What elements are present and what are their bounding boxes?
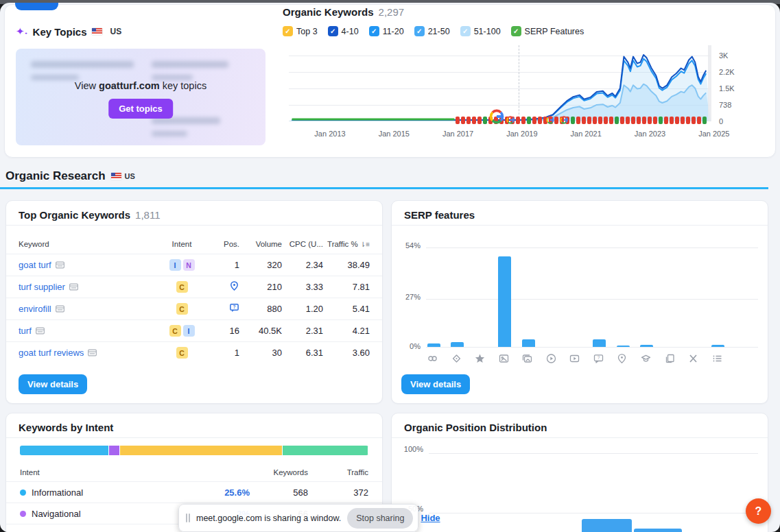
- domain-name: goatturf.com: [99, 80, 160, 91]
- update-marker: [554, 117, 558, 124]
- update-marker: [587, 117, 591, 124]
- local-pack-icon: [616, 353, 630, 364]
- keyword-link[interactable]: turf: [19, 326, 32, 336]
- serp-bar-knowledge-panel: [640, 345, 653, 347]
- intent-badges: CI: [157, 325, 206, 337]
- intent-percent[interactable]: 25.6%: [196, 487, 250, 498]
- checkbox-21-50[interactable]: ✓: [414, 26, 425, 36]
- update-marker: [576, 117, 580, 124]
- update-marker: [637, 117, 641, 124]
- sort-filter-icon[interactable]: ⇂≡: [360, 241, 370, 248]
- help-button[interactable]: ?: [746, 498, 771, 524]
- top-organic-keywords-card: Top Organic Keywords 1,811 Keyword Inten…: [5, 200, 383, 404]
- intent-badge-c: C: [169, 325, 181, 337]
- update-marker: [670, 117, 674, 124]
- col-pos[interactable]: Pos.: [206, 240, 239, 248]
- checkbox-4-10[interactable]: ✓: [328, 26, 338, 36]
- intent-label-cell: Commercial: [20, 530, 196, 532]
- filter-top-3[interactable]: ✓Top 3: [283, 26, 318, 36]
- keyword-link[interactable]: turf supplier: [19, 282, 65, 292]
- x-tick: Jan 2017: [434, 130, 482, 138]
- filter-21-50[interactable]: ✓21-50: [414, 26, 450, 36]
- traffic-cell: 5.41: [323, 304, 370, 314]
- col-volume[interactable]: Volume: [239, 240, 282, 248]
- divider: [392, 437, 768, 438]
- drag-handle-icon[interactable]: [186, 513, 190, 522]
- update-marker: [483, 117, 487, 124]
- intent-segment-navigational: [109, 446, 120, 455]
- intent-segment-commercial: [120, 446, 282, 455]
- filter-label: Top 3: [296, 27, 318, 36]
- filter-4-10[interactable]: ✓4-10: [328, 26, 359, 36]
- hide-link[interactable]: Hide: [421, 513, 440, 523]
- serp-ytick: 27%: [397, 293, 421, 301]
- keywords-view-details-button[interactable]: View details: [19, 374, 87, 394]
- intent-row: Informational25.6%568372: [6, 481, 382, 503]
- serp-ytick: 54%: [397, 241, 421, 250]
- keyword-link[interactable]: goat turf reviews: [19, 348, 84, 358]
- serp-preview-icon[interactable]: [56, 261, 64, 269]
- col-keyword[interactable]: Keyword: [19, 240, 157, 248]
- clipped-top-button[interactable]: [15, 3, 58, 10]
- serp-preview-icon[interactable]: [36, 327, 45, 335]
- checkbox-51-100[interactable]: ✓: [460, 26, 471, 36]
- checkbox-11-20[interactable]: ✓: [369, 26, 379, 36]
- top-organic-keywords-title: Top Organic Keywords: [19, 209, 130, 221]
- sitelinks-icon: [451, 353, 464, 364]
- knowledge-panel-icon: [640, 353, 654, 364]
- get-topics-button[interactable]: Get topics: [108, 99, 173, 119]
- col-cpc[interactable]: CPC (U...: [282, 240, 323, 248]
- video-icon: [545, 353, 559, 364]
- gridline: [426, 299, 758, 300]
- filter-11-20[interactable]: ✓11-20: [369, 26, 404, 36]
- sparkle-icon: ✦˖: [16, 25, 28, 38]
- col-intent[interactable]: Intent: [157, 240, 206, 248]
- y-tick: 3K: [719, 51, 728, 60]
- intent-traffic: 372: [308, 487, 368, 498]
- intent-badges: IN: [157, 259, 206, 271]
- keyword-cell: goat turf: [19, 260, 157, 270]
- serp-view-details-button[interactable]: View details: [401, 374, 470, 394]
- table-row: goat turf reviewsC1306.313.60: [6, 341, 382, 363]
- y-tick: 2.2K: [719, 68, 735, 76]
- stop-sharing-button[interactable]: Stop sharing: [347, 508, 413, 529]
- serp-preview-icon[interactable]: [56, 305, 64, 313]
- gridline: [429, 513, 758, 513]
- filter-serp-features[interactable]: ✓SERP Features: [511, 26, 584, 36]
- update-marker: [477, 117, 482, 124]
- intent-badge-c: C: [176, 347, 188, 359]
- keyword-cell: turf supplier: [19, 282, 157, 292]
- update-marker: [648, 117, 652, 124]
- intent-badge-c: C: [176, 281, 188, 293]
- intent-label-cell: Informational: [20, 487, 196, 498]
- update-marker: [456, 117, 460, 124]
- opd-title: Organic Position Distribution: [404, 422, 547, 433]
- keyword-link[interactable]: goat turf: [19, 260, 51, 270]
- us-flag-icon: [92, 28, 102, 35]
- serp-preview-icon[interactable]: [69, 283, 78, 291]
- sharing-message: meet.google.com is sharing a window.: [196, 513, 341, 523]
- checkbox-top-3[interactable]: ✓: [283, 26, 293, 36]
- checkbox-serp-features[interactable]: ✓: [511, 26, 521, 36]
- intent-keywords: 568: [250, 487, 308, 498]
- top-stories-icon: [664, 353, 678, 364]
- keywords-table-header: Keyword Intent Pos. Volume CPC (U... Tra…: [6, 235, 382, 253]
- col-traffic[interactable]: Traffic %⇂≡: [323, 240, 370, 248]
- current-period-band: [708, 45, 711, 121]
- cpc-cell: 1.20: [282, 304, 323, 314]
- image-pack-icon: [521, 353, 535, 364]
- traffic-cell: 38.49: [323, 260, 370, 270]
- google-logo-icon: [489, 109, 504, 127]
- organic-keywords-title: Organic Keywords: [283, 6, 374, 18]
- update-marker: [538, 117, 542, 124]
- position-filters: ✓Top 3✓4-10✓11-20✓21-50✓51-100✓SERP Feat…: [283, 26, 584, 36]
- intent-label: Navigational: [32, 509, 81, 519]
- update-marker: [593, 117, 597, 124]
- update-marker: [631, 117, 635, 124]
- serp-preview-icon[interactable]: [88, 349, 97, 356]
- intent-stacked-bar: [20, 446, 368, 455]
- filter-label: SERP Features: [525, 27, 584, 36]
- organic-keywords-count: 2,297: [379, 6, 405, 18]
- filter-51-100[interactable]: ✓51-100: [460, 26, 501, 36]
- keyword-link[interactable]: envirofill: [19, 304, 51, 314]
